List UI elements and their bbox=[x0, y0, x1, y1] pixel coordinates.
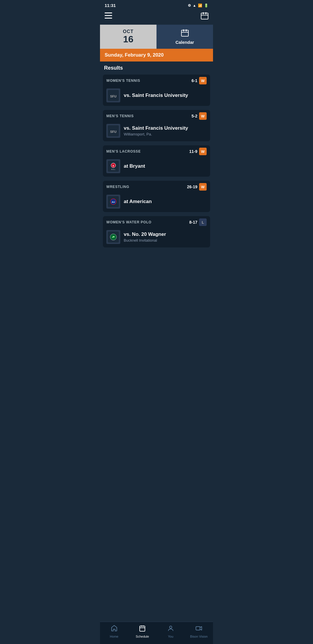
svg-rect-4 bbox=[203, 12, 204, 14]
nav-home[interactable]: Home bbox=[100, 625, 128, 638]
team-logo: AU bbox=[106, 195, 120, 209]
game-card-header: WRESTLING 26-19 W bbox=[103, 181, 210, 192]
team-logo bbox=[106, 230, 120, 244]
svg-text:BULL: BULL bbox=[111, 169, 116, 170]
score: 5-2 bbox=[192, 114, 197, 118]
svg-text:SFU: SFU bbox=[110, 130, 117, 133]
team-logo: SFU bbox=[106, 88, 120, 102]
svg-rect-10 bbox=[181, 32, 188, 32]
svg-rect-2 bbox=[105, 18, 112, 19]
nav-schedule-label: Schedule bbox=[136, 635, 149, 638]
tab-oct16[interactable]: OCT 16 bbox=[100, 25, 156, 49]
result-badge: W bbox=[199, 183, 207, 191]
tab-calendar-icon bbox=[181, 29, 189, 39]
svg-text:B: B bbox=[112, 165, 114, 167]
score-badge: 26-19 W bbox=[187, 183, 207, 191]
battery-icon: 🔋 bbox=[204, 3, 208, 8]
nav-schedule[interactable]: Schedule bbox=[128, 625, 157, 638]
game-card-body: B BULL at Bryant bbox=[103, 157, 210, 177]
score: 8-17 bbox=[189, 220, 197, 225]
status-icons: ⚙ ▲ 📶 🔋 bbox=[188, 3, 208, 8]
svg-rect-9 bbox=[186, 29, 187, 31]
game-info: vs. Saint Francis University Williamspor… bbox=[124, 125, 207, 136]
game-card-body: AU at American bbox=[103, 192, 210, 212]
tab-row: OCT 16 Calendar bbox=[100, 25, 213, 49]
team-logo: B BULL bbox=[106, 159, 120, 173]
nav-bisonvision-label: Bison Vision bbox=[190, 635, 208, 638]
svg-rect-0 bbox=[105, 12, 112, 13]
svg-rect-6 bbox=[201, 15, 208, 15]
svg-rect-5 bbox=[205, 12, 206, 14]
result-badge: W bbox=[199, 77, 207, 84]
svg-rect-27 bbox=[140, 627, 145, 628]
nav-home-label: Home bbox=[110, 635, 118, 638]
tab-month: OCT bbox=[123, 29, 134, 34]
game-card-body: SFU vs. Saint Francis University bbox=[103, 86, 210, 106]
menu-icon[interactable] bbox=[105, 12, 112, 21]
game-info: vs. No. 20 Wagner Bucknell Invitational bbox=[124, 231, 207, 242]
bottom-nav: Home Schedule You Bison Vi bbox=[100, 622, 213, 644]
game-card-header: WOMEN'S TENNIS 6-1 W bbox=[103, 75, 210, 86]
sport-name: WOMEN'S TENNIS bbox=[106, 79, 140, 83]
signal-icon: 📶 bbox=[198, 3, 202, 8]
schedule-icon bbox=[139, 625, 146, 634]
game-opponent: at Bryant bbox=[124, 163, 207, 169]
status-bar: 11:31 ⚙ ▲ 📶 🔋 bbox=[100, 0, 213, 10]
wifi-icon: ▲ bbox=[193, 3, 196, 8]
game-card[interactable]: MEN'S TENNIS 5-2 W SFU vs. Saint Francis… bbox=[103, 110, 210, 141]
game-card[interactable]: MEN'S LACROSSE 11-9 W B BULL bbox=[103, 145, 210, 177]
score-badge: 11-9 W bbox=[189, 148, 207, 155]
game-card[interactable]: WOMEN'S TENNIS 6-1 W SFU vs. Saint Franc… bbox=[103, 75, 210, 106]
you-icon bbox=[167, 625, 174, 634]
game-info: vs. Saint Francis University bbox=[124, 93, 207, 98]
results-label: Results bbox=[103, 65, 210, 71]
svg-text:SFU: SFU bbox=[110, 95, 117, 98]
result-badge: W bbox=[199, 148, 207, 155]
sport-name: MEN'S LACROSSE bbox=[106, 149, 141, 153]
game-card-body: SFU vs. Saint Francis University William… bbox=[103, 122, 210, 141]
sport-name: WRESTLING bbox=[106, 185, 129, 189]
tab-day: 16 bbox=[123, 34, 134, 44]
content: Results WOMEN'S TENNIS 6-1 W SFU vs. S bbox=[100, 61, 213, 255]
calendar-header-icon[interactable] bbox=[201, 12, 208, 21]
svg-rect-8 bbox=[183, 29, 184, 31]
date-header: Sunday, February 9, 2020 bbox=[100, 49, 213, 61]
game-opponent: vs. No. 20 Wagner bbox=[124, 231, 207, 237]
sport-name: MEN'S TENNIS bbox=[106, 114, 134, 118]
status-time: 11:31 bbox=[105, 3, 116, 8]
nav-you[interactable]: You bbox=[156, 625, 185, 638]
header bbox=[100, 10, 213, 25]
bisonvision-icon bbox=[195, 625, 202, 634]
score-badge: 6-1 W bbox=[192, 77, 207, 84]
svg-rect-25 bbox=[141, 625, 142, 627]
game-card-body: vs. No. 20 Wagner Bucknell Invitational bbox=[103, 228, 210, 247]
game-opponent: at American bbox=[124, 199, 207, 205]
score: 11-9 bbox=[189, 149, 197, 154]
svg-point-28 bbox=[170, 626, 172, 628]
svg-rect-1 bbox=[105, 15, 112, 16]
home-icon bbox=[111, 625, 118, 634]
game-card[interactable]: WOMEN'S WATER POLO 8-17 L vs. No. 20 bbox=[103, 216, 210, 247]
svg-rect-24 bbox=[140, 626, 145, 631]
score: 6-1 bbox=[192, 78, 197, 83]
game-location: Williamsport, Pa. bbox=[124, 132, 207, 136]
game-card-header: MEN'S LACROSSE 11-9 W bbox=[103, 145, 210, 157]
svg-rect-29 bbox=[196, 627, 200, 630]
score-badge: 8-17 L bbox=[189, 218, 207, 226]
nav-you-label: You bbox=[168, 635, 173, 638]
game-info: at Bryant bbox=[124, 163, 207, 169]
score-badge: 5-2 W bbox=[192, 112, 207, 120]
result-badge: W bbox=[199, 112, 207, 120]
result-badge: L bbox=[199, 218, 207, 226]
game-location: Bucknell Invitational bbox=[124, 238, 207, 243]
game-opponent: vs. Saint Francis University bbox=[124, 93, 207, 98]
svg-rect-26 bbox=[143, 625, 143, 627]
sport-name: WOMEN'S WATER POLO bbox=[106, 220, 152, 224]
game-card-header: WOMEN'S WATER POLO 8-17 L bbox=[103, 216, 210, 228]
nav-bisonvision[interactable]: Bison Vision bbox=[185, 625, 213, 638]
game-card-header: MEN'S TENNIS 5-2 W bbox=[103, 110, 210, 122]
tab-calendar[interactable]: Calendar bbox=[156, 25, 213, 49]
score: 26-19 bbox=[187, 184, 197, 189]
game-card[interactable]: WRESTLING 26-19 W AU at American bbox=[103, 181, 210, 212]
svg-text:AU: AU bbox=[112, 201, 115, 203]
